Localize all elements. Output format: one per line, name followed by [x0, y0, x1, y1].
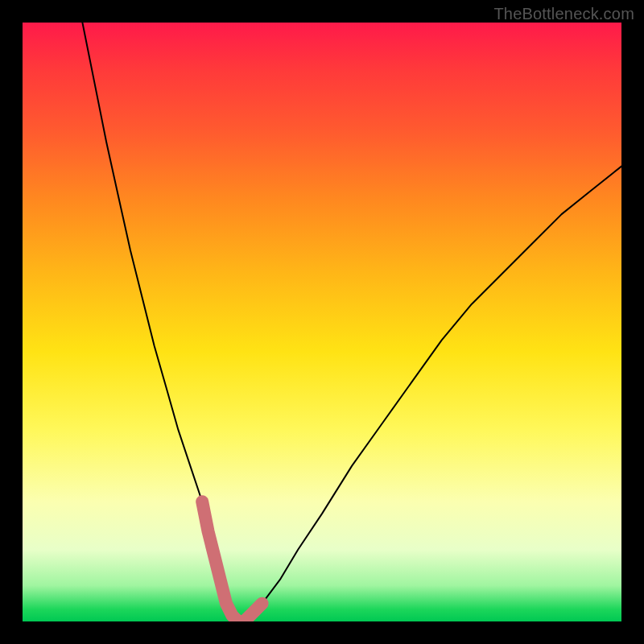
highlight-segment [202, 502, 262, 621]
bottleneck-curve [82, 23, 621, 621]
chart-svg [23, 23, 621, 621]
watermark-text: TheBottleneck.com [493, 5, 634, 23]
plot-area [23, 23, 621, 621]
chart-frame: TheBottleneck.com [0, 0, 644, 644]
